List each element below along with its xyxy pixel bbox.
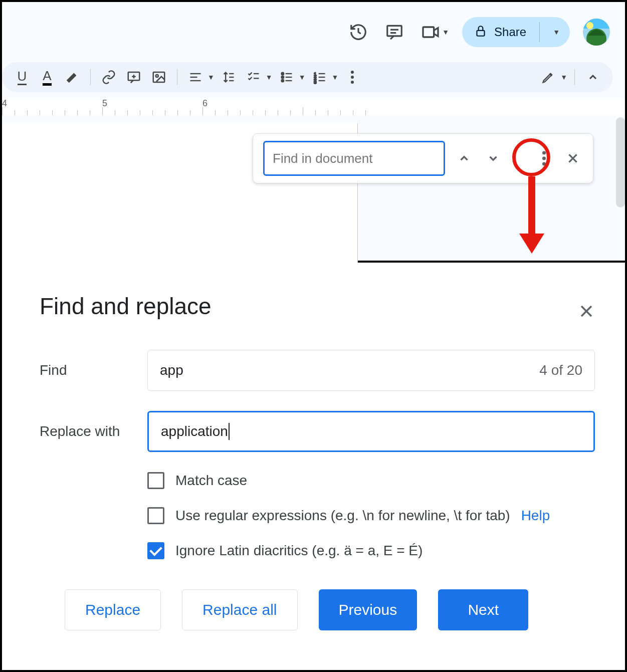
text-caret <box>229 423 230 440</box>
regex-label: Use regular expressions (e.g. \n for new… <box>175 508 510 524</box>
text-color-button[interactable]: A <box>36 66 58 88</box>
line-spacing-button[interactable] <box>218 66 240 88</box>
app-header: ▼ Share ▼ <box>2 2 625 57</box>
find-row: Find app 4 of 20 <box>40 350 595 391</box>
caret-down-icon: ▼ <box>442 28 449 36</box>
video-icon <box>419 21 442 44</box>
highlight-button[interactable] <box>61 66 83 88</box>
checkbox-unchecked-icon[interactable] <box>147 472 164 489</box>
help-link[interactable]: Help <box>521 508 550 524</box>
svg-point-9 <box>586 22 593 29</box>
replace-all-button[interactable]: Replace all <box>182 589 297 630</box>
next-button[interactable]: Next <box>438 589 528 630</box>
find-close-button[interactable] <box>563 148 583 168</box>
comments-icon[interactable] <box>383 21 406 44</box>
checklist-icon <box>243 66 265 88</box>
diacritics-label: Ignore Latin diacritics (e.g. ä = a, E =… <box>175 543 423 559</box>
lock-icon <box>474 25 487 40</box>
numbered-list-dropdown[interactable]: 123 ▼ <box>309 66 339 88</box>
toolbar-separator <box>574 69 575 85</box>
share-separator <box>539 22 540 42</box>
replace-row: Replace with application <box>40 411 595 452</box>
svg-point-25 <box>281 76 284 79</box>
find-more-options-button[interactable] <box>534 148 554 168</box>
annotation-arrow-head <box>519 234 544 254</box>
top-panel: ▼ Share ▼ U A ▼ <box>2 2 625 263</box>
underline-button[interactable]: U <box>11 66 33 88</box>
svg-point-39 <box>542 151 546 155</box>
checkbox-unchecked-icon[interactable] <box>147 507 164 524</box>
match-case-label: Match case <box>175 473 247 489</box>
align-dropdown[interactable]: ▼ <box>184 66 215 88</box>
caret-down-icon: ▼ <box>207 73 215 81</box>
diacritics-option[interactable]: Ignore Latin diacritics (e.g. ä = a, E =… <box>147 542 595 559</box>
history-icon[interactable] <box>347 21 370 44</box>
dialog-title: Find and replace <box>40 293 595 320</box>
align-icon <box>184 66 206 88</box>
svg-point-41 <box>542 162 546 166</box>
replace-input-value: application <box>161 423 228 439</box>
share-button[interactable]: Share ▼ <box>462 17 570 47</box>
find-previous-button[interactable] <box>454 148 474 168</box>
checklist-dropdown[interactable]: ▼ <box>243 66 273 88</box>
ruler-number: 4 <box>2 98 7 109</box>
ruler-number: 5 <box>102 98 107 109</box>
checkbox-checked-icon[interactable] <box>147 542 164 559</box>
caret-down-icon: ▼ <box>332 73 339 81</box>
find-label: Find <box>40 362 147 378</box>
previous-button[interactable]: Previous <box>319 589 417 630</box>
find-in-document-input[interactable] <box>263 141 445 176</box>
caret-down-icon: ▼ <box>299 73 306 81</box>
meet-dropdown[interactable]: ▼ <box>419 21 449 44</box>
find-input-value: app <box>160 362 183 378</box>
svg-point-14 <box>156 75 158 77</box>
svg-text:3: 3 <box>314 80 316 84</box>
svg-point-37 <box>351 76 354 79</box>
pencil-icon <box>537 66 559 88</box>
dialog-button-row: Replace Replace all Previous Next <box>65 589 595 630</box>
toolbar-separator <box>90 69 91 85</box>
find-bar <box>253 133 593 183</box>
svg-point-36 <box>351 71 354 74</box>
vertical-scrollbar[interactable] <box>616 117 625 207</box>
regex-option[interactable]: Use regular expressions (e.g. \n for new… <box>147 507 595 524</box>
numbered-list-icon: 123 <box>309 66 331 88</box>
bulleted-list-icon <box>276 66 298 88</box>
options-group: Match case Use regular expressions (e.g.… <box>147 472 595 559</box>
formatting-toolbar: U A ▼ ▼ ▼ 123 ▼ <box>2 62 613 92</box>
more-tools-button[interactable] <box>341 66 363 88</box>
replace-button[interactable]: Replace <box>65 589 161 630</box>
svg-point-26 <box>281 80 284 82</box>
svg-rect-3 <box>423 27 434 37</box>
collapse-toolbar-button[interactable] <box>582 66 604 88</box>
share-dropdown[interactable]: ▼ <box>547 28 570 36</box>
caret-down-icon: ▼ <box>560 73 567 81</box>
svg-rect-0 <box>387 26 402 36</box>
caret-down-icon: ▼ <box>266 73 273 81</box>
match-count: 4 of 20 <box>539 362 582 378</box>
svg-point-40 <box>542 157 546 160</box>
ruler-number: 6 <box>202 98 207 109</box>
dialog-close-button[interactable] <box>578 303 595 324</box>
annotation-arrow-shaft <box>528 176 535 237</box>
insert-image-button[interactable] <box>148 66 170 88</box>
replace-input[interactable]: application <box>147 411 595 452</box>
svg-marker-4 <box>434 28 438 37</box>
editing-mode-dropdown[interactable]: ▼ <box>537 66 567 88</box>
line-spacing-icon <box>218 66 240 88</box>
match-case-option[interactable]: Match case <box>147 472 595 489</box>
insert-link-button[interactable] <box>98 66 120 88</box>
svg-rect-5 <box>477 31 485 36</box>
avatar[interactable] <box>583 19 610 46</box>
find-replace-dialog: Find and replace Find app 4 of 20 Replac… <box>2 263 625 660</box>
find-input[interactable]: app 4 of 20 <box>147 350 595 391</box>
share-label: Share <box>494 25 532 39</box>
caret-down-icon: ▼ <box>553 28 560 36</box>
toolbar-separator <box>177 69 177 85</box>
svg-point-24 <box>281 73 284 75</box>
bulleted-list-dropdown[interactable]: ▼ <box>276 66 306 88</box>
find-next-button[interactable] <box>483 148 503 168</box>
replace-label: Replace with <box>40 423 147 439</box>
add-comment-button[interactable] <box>123 66 145 88</box>
ruler: 4 5 6 <box>2 98 625 115</box>
